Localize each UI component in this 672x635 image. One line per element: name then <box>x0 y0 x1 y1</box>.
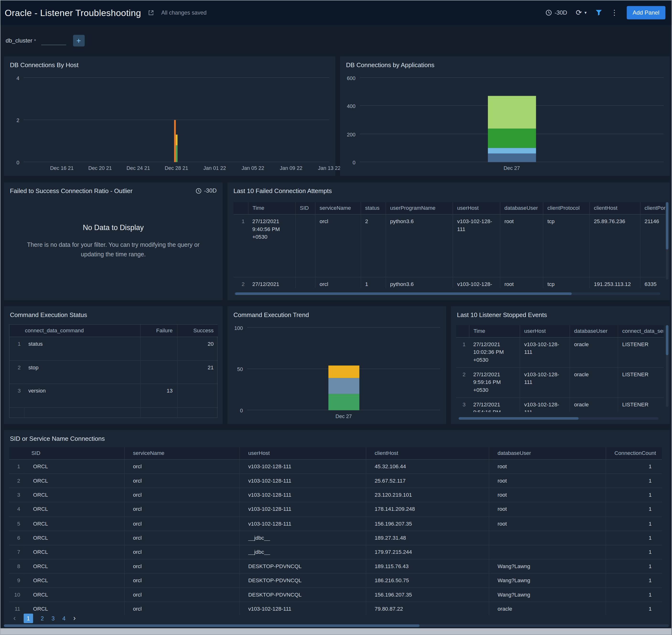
page-button-3[interactable]: 3 <box>51 615 55 621</box>
page-button-2[interactable]: 2 <box>41 615 44 621</box>
cell-client-host: 25.89.76.236 <box>589 214 640 277</box>
header-actions: -30D ⟳ ▾ ⋮ Add Panel <box>545 6 665 19</box>
col-success[interactable]: Success <box>177 325 218 337</box>
cell-client-host: 189.115.76.43 <box>366 559 489 574</box>
col-sid[interactable]: SID <box>9 447 124 459</box>
col-service-name[interactable]: serviceName <box>124 447 239 459</box>
y-tick-label: 0 <box>353 159 356 166</box>
page-button-1[interactable]: 1 <box>23 614 33 623</box>
share-icon[interactable] <box>148 9 154 16</box>
table-header-row: Time SID serviceName status userProgramN… <box>233 202 665 214</box>
x-tick-label: Dec 27 <box>336 413 352 419</box>
x-tick-label: Jan 09 22 <box>279 165 302 171</box>
next-page-icon[interactable]: › <box>73 614 76 622</box>
page-horizontal-scrollbar[interactable] <box>4 625 669 627</box>
table-row: 1 status 20 <box>9 337 218 360</box>
cell-user-host: v103-102-128-111 <box>240 602 366 615</box>
add-panel-button[interactable]: Add Panel <box>627 6 666 19</box>
row-index: 5 <box>9 517 25 531</box>
add-filter-button[interactable]: + <box>73 35 85 47</box>
cell-sid <box>295 214 315 277</box>
prev-page-icon[interactable]: ‹ <box>14 614 16 622</box>
filter-bar: db_cluster * + <box>0 25 672 56</box>
col-user-host[interactable]: userHost <box>452 202 500 214</box>
plot-area <box>24 75 329 162</box>
scrollbar-thumb[interactable] <box>235 292 572 295</box>
cell-status: 1 <box>361 277 385 288</box>
cell-command: version <box>24 384 140 407</box>
window-chrome-strip <box>0 628 672 635</box>
col-service-name[interactable]: serviceName <box>315 202 361 214</box>
listener-stopped-rows: 1 27/12/2021 10:02:36 PM +0530 v103-102-… <box>456 337 664 412</box>
col-client-port[interactable]: clientPort <box>640 202 665 214</box>
scrollbar-thumb[interactable] <box>4 625 419 627</box>
col-user-program-name[interactable]: userProgramName <box>386 202 453 214</box>
horizontal-scrollbar[interactable] <box>234 292 660 295</box>
cell-failure: 13 <box>140 384 177 407</box>
panel-sid-or-service-name-connections: SID or Service Name Connections SID serv… <box>4 430 670 627</box>
col-database-user[interactable]: databaseUser <box>569 325 618 337</box>
x-tick-label: Jan 01 22 <box>203 165 226 171</box>
col-user-host[interactable]: userHost <box>520 325 569 337</box>
cell-database-user: oracle <box>489 602 606 615</box>
cell-database-user: oracle <box>569 337 618 368</box>
filler-cell <box>140 407 177 418</box>
time-range-control[interactable]: -30D <box>545 9 567 16</box>
row-index: 1 <box>9 459 25 474</box>
cell-connect-data-serv: LISTENER <box>618 368 664 397</box>
cell-user-host: v103-102-128-111 <box>240 488 366 502</box>
col-failure[interactable]: Failure <box>140 325 177 337</box>
filler-cell <box>9 407 24 418</box>
col-time[interactable]: Time <box>248 202 295 214</box>
refresh-icon: ⟳ <box>576 9 582 17</box>
col-client-host[interactable]: clientHost <box>589 202 640 214</box>
horizontal-scrollbar[interactable] <box>459 417 658 420</box>
vertical-scrollbar[interactable] <box>666 325 668 407</box>
scrollbar-thumb[interactable] <box>666 202 668 249</box>
col-database-user[interactable]: databaseUser <box>489 447 606 459</box>
filter-icon[interactable] <box>595 9 602 16</box>
col-client-host[interactable]: clientHost <box>366 447 489 459</box>
scrollbar-thumb[interactable] <box>666 325 668 355</box>
cell-database-user: root <box>489 502 606 517</box>
col-sid[interactable]: SID <box>295 202 315 214</box>
cell-sid: ORCL <box>25 602 125 615</box>
col-user-host[interactable]: userHost <box>240 447 366 459</box>
page-title: Oracle - Listener Troubleshooting <box>5 8 141 18</box>
col-connection-count[interactable]: ConnectionCount <box>606 447 662 459</box>
col-time[interactable]: Time <box>469 325 520 337</box>
cell-database-user: Wang?Lawng <box>489 559 606 574</box>
cell-sid <box>295 277 315 288</box>
page-button-4[interactable]: 4 <box>62 615 65 621</box>
col-connect-data-serv[interactable]: connect_data_serv <box>618 325 664 337</box>
col-status[interactable]: status <box>361 202 385 214</box>
y-axis: 050100 <box>232 325 247 410</box>
cell-connection-count: 1 <box>606 517 662 531</box>
col-connect-data-command[interactable]: connect_data_command <box>9 325 140 337</box>
cell-success <box>177 384 218 407</box>
panel-title: Failed to Success Connection Ratio - Out… <box>10 188 133 195</box>
vertical-scrollbar[interactable] <box>666 202 668 280</box>
cell-service-name: orcl <box>315 214 361 277</box>
col-database-user[interactable]: databaseUser <box>500 202 543 214</box>
cell-client-protocol: tcp <box>543 214 589 277</box>
gridline <box>24 78 329 78</box>
panel-time-range[interactable]: -30D <box>196 188 217 194</box>
panel-db-connections-by-applications: DB Connections by Applications 020040060… <box>340 57 670 176</box>
row-index: 3 <box>9 488 25 502</box>
listener-stopped-table: Time userHost databaseUser connect_data_… <box>456 325 664 412</box>
row-index: 3 <box>9 384 24 407</box>
scrollbar-thumb[interactable] <box>459 417 579 420</box>
y-tick-label: 4 <box>17 75 19 81</box>
kebab-menu-icon[interactable]: ⋮ <box>611 9 618 17</box>
refresh-control[interactable]: ⟳ ▾ <box>576 9 587 17</box>
col-client-protocol[interactable]: clientProtocol <box>543 202 589 214</box>
cell-user-host: DESKTOP-PDVNCQL <box>240 588 366 602</box>
table-row: 2 27/12/2021 4:51:06 PM +0530 orcl 1 pyt… <box>233 277 665 288</box>
col-rownum <box>233 202 248 214</box>
cell-client-host: 186.216.50.75 <box>366 573 489 588</box>
db-cluster-input[interactable] <box>41 36 66 45</box>
panel-time-range-label: -30D <box>204 188 217 194</box>
cell-sid: ORCL <box>25 588 125 602</box>
bar-segment <box>328 378 359 394</box>
